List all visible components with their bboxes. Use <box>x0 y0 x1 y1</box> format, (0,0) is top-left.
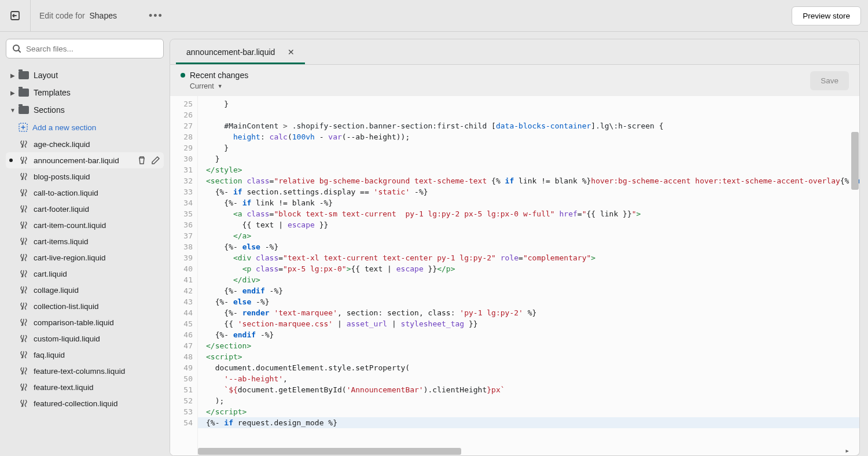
file-name: feature-text-columns.liquid <box>34 367 125 376</box>
modified-dot-icon <box>9 159 13 162</box>
file-name: age-check.liquid <box>34 140 90 149</box>
file-age-check-liquid[interactable]: age-check.liquid <box>6 136 164 152</box>
file-name: cart-item-count.liquid <box>34 221 106 230</box>
folder-sections[interactable]: ▼ Sections <box>6 101 164 119</box>
file-name: custom-liquid.liquid <box>34 334 100 343</box>
unsaved-dot-icon <box>181 73 185 78</box>
search-input[interactable] <box>26 45 157 53</box>
file-name: collage.liquid <box>34 286 79 295</box>
file-cart-items-liquid[interactable]: cart-items.liquid <box>6 233 164 249</box>
file-featured-collection-liquid[interactable]: featured-collection.liquid <box>6 395 164 411</box>
file-name: cart-footer.liquid <box>34 205 89 214</box>
more-menu-icon[interactable]: ••• <box>149 10 163 22</box>
file-collage-liquid[interactable]: collage.liquid <box>6 282 164 298</box>
chevron-down-icon: ▼ <box>9 107 16 113</box>
file-cart-live-region-liquid[interactable]: cart-live-region.liquid <box>6 249 164 266</box>
file-name: cart.liquid <box>34 270 67 278</box>
delete-icon[interactable] <box>137 156 146 165</box>
topbar-divider <box>30 0 31 32</box>
file-name: featured-collection.liquid <box>34 399 118 408</box>
preview-store-button[interactable]: Preview store <box>792 6 861 25</box>
file-blog-posts-liquid[interactable]: blog-posts.liquid <box>6 168 164 185</box>
folder-layout[interactable]: ▶ Layout <box>6 67 164 84</box>
editor-subheader: Recent changes Current▼ Save <box>170 65 860 96</box>
horizontal-scrollbar[interactable]: ▶ <box>198 447 850 455</box>
add-section-icon <box>19 123 28 132</box>
folder-label: Layout <box>34 71 58 80</box>
version-dropdown[interactable]: Current▼ <box>190 82 810 90</box>
file-cart-footer-liquid[interactable]: cart-footer.liquid <box>6 201 164 217</box>
folder-label: Templates <box>34 88 71 97</box>
caret-down-icon: ▼ <box>218 83 223 89</box>
chevron-right-icon: ▶ <box>9 72 16 79</box>
editor-title: Edit code for Shapes <box>39 11 117 20</box>
tab-bar: announcement-bar.liquid ✕ <box>170 39 860 65</box>
file-comparison-table-liquid[interactable]: comparison-table.liquid <box>6 314 164 330</box>
line-gutter: 2526272829303132333435363738394041424344… <box>170 96 198 455</box>
code-editor[interactable]: 2526272829303132333435363738394041424344… <box>170 96 860 456</box>
file-cart-item-count-liquid[interactable]: cart-item-count.liquid <box>6 217 164 233</box>
file-call-to-action-liquid[interactable]: call-to-action.liquid <box>6 185 164 201</box>
file-feature-text-liquid[interactable]: feature-text.liquid <box>6 379 164 395</box>
file-name: collection-list.liquid <box>34 302 99 311</box>
file-feature-text-columns-liquid[interactable]: feature-text-columns.liquid <box>6 363 164 379</box>
folder-icon <box>19 71 29 79</box>
file-faq-liquid[interactable]: faq.liquid <box>6 347 164 363</box>
close-tab-icon[interactable]: ✕ <box>288 47 295 57</box>
file-name: announcement-bar.liquid <box>34 156 119 165</box>
tab-label: announcement-bar.liquid <box>186 47 275 57</box>
folder-icon <box>19 106 29 114</box>
file-name: feature-text.liquid <box>34 383 94 392</box>
file-custom-liquid-liquid[interactable]: custom-liquid.liquid <box>6 330 164 347</box>
tab-announcement-bar[interactable]: announcement-bar.liquid ✕ <box>176 40 305 64</box>
file-name: call-to-action.liquid <box>34 189 98 197</box>
chevron-right-icon: ▶ <box>9 90 16 96</box>
file-sidebar: ▶ Layout ▶ Templates ▼ Sections Add a ne… <box>0 32 170 456</box>
file-name: comparison-table.liquid <box>34 318 114 327</box>
search-input-wrapper[interactable] <box>6 39 164 58</box>
save-button[interactable]: Save <box>810 71 849 90</box>
file-name: cart-live-region.liquid <box>34 253 106 262</box>
search-icon <box>12 44 21 53</box>
vertical-scrollbar[interactable] <box>850 96 859 455</box>
file-name: cart-items.liquid <box>34 237 89 246</box>
folder-icon <box>19 89 29 97</box>
file-name: faq.liquid <box>34 351 65 359</box>
file-name: blog-posts.liquid <box>34 172 90 181</box>
folder-templates[interactable]: ▶ Templates <box>6 84 164 101</box>
file-tree: ▶ Layout ▶ Templates ▼ Sections Add a ne… <box>6 67 164 449</box>
folder-label: Sections <box>34 105 65 115</box>
edit-icon[interactable] <box>151 156 160 165</box>
code-area[interactable]: } #MainContent > .shopify-section.banner… <box>198 96 859 455</box>
file-cart-liquid[interactable]: cart.liquid <box>6 266 164 282</box>
add-section-label: Add a new section <box>32 123 96 132</box>
file-announcement-bar-liquid[interactable]: announcement-bar.liquid <box>6 152 164 168</box>
add-section-button[interactable]: Add a new section <box>6 119 164 136</box>
file-collection-list-liquid[interactable]: collection-list.liquid <box>6 298 164 314</box>
exit-button[interactable] <box>7 8 23 24</box>
recent-changes-label: Recent changes <box>181 71 810 80</box>
